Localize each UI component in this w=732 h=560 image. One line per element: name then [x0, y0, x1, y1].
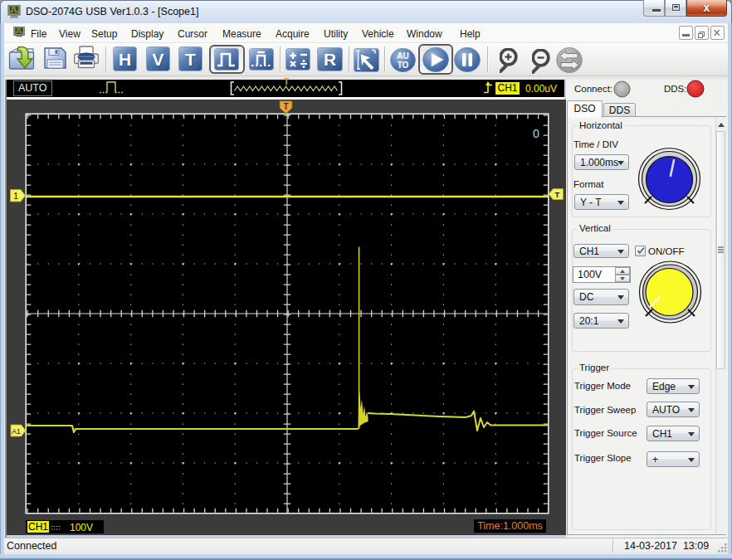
- svg-text:AU: AU: [397, 51, 408, 61]
- svg-text:T: T: [283, 102, 288, 111]
- svg-text:H: H: [119, 50, 131, 69]
- svg-text:R: R: [324, 50, 336, 69]
- svg-text:1: 1: [13, 191, 18, 201]
- svg-text:TO: TO: [398, 61, 409, 70]
- svg-text:A1: A1: [12, 427, 21, 436]
- svg-text:T: T: [185, 50, 196, 69]
- svg-text:T: T: [284, 76, 290, 86]
- svg-text:0: 0: [533, 127, 539, 140]
- svg-text:T: T: [555, 190, 560, 199]
- svg-text:V: V: [152, 50, 163, 69]
